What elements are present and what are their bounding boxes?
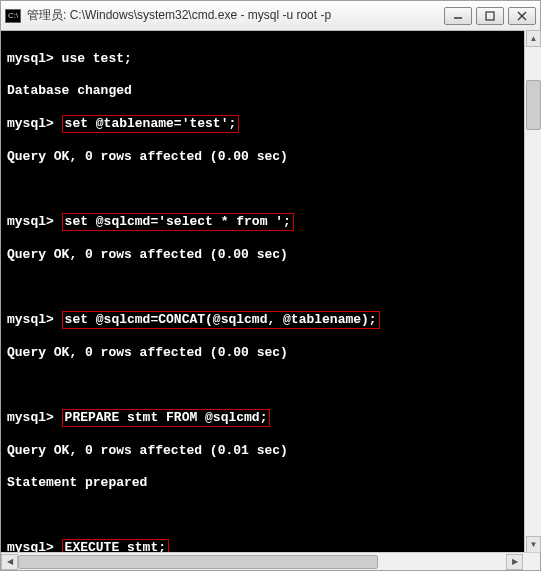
- line: Statement prepared: [7, 475, 534, 491]
- line: Query OK, 0 rows affected (0.01 sec): [7, 443, 534, 459]
- line: mysql> PREPARE stmt FROM @sqlcmd;: [7, 409, 534, 427]
- blank-line: [7, 507, 534, 523]
- scrollbar-corner: [523, 554, 540, 570]
- console-output[interactable]: mysql> use test; Database changed mysql>…: [1, 31, 540, 552]
- highlight-box: PREPARE stmt FROM @sqlcmd;: [62, 409, 271, 427]
- scroll-left-arrow-icon[interactable]: ◀: [1, 554, 18, 570]
- highlight-box: set @sqlcmd='select * from ';: [62, 213, 294, 231]
- close-button[interactable]: [508, 7, 536, 25]
- blank-line: [7, 181, 534, 197]
- line: mysql> EXECUTE stmt;: [7, 539, 534, 552]
- scroll-up-arrow-icon[interactable]: ▲: [526, 30, 541, 47]
- line: Query OK, 0 rows affected (0.00 sec): [7, 345, 534, 361]
- line: mysql> set @sqlcmd='select * from ';: [7, 213, 534, 231]
- cmd-icon: C:\: [5, 9, 21, 23]
- horizontal-scroll-track[interactable]: [18, 554, 506, 570]
- line: Query OK, 0 rows affected (0.00 sec): [7, 247, 534, 263]
- line: mysql> set @tablename='test';: [7, 115, 534, 133]
- minimize-button[interactable]: [444, 7, 472, 25]
- line: mysql> use test;: [7, 51, 534, 67]
- window-title: 管理员: C:\Windows\system32\cmd.exe - mysql…: [27, 7, 444, 24]
- horizontal-scrollbar[interactable]: ◀ ▶: [1, 552, 540, 570]
- blank-line: [7, 377, 534, 393]
- horizontal-scroll-thumb[interactable]: [18, 555, 378, 569]
- line: Database changed: [7, 83, 534, 99]
- highlight-box: EXECUTE stmt;: [62, 539, 169, 552]
- vertical-scroll-thumb[interactable]: [526, 80, 541, 130]
- svg-rect-1: [486, 12, 494, 20]
- titlebar[interactable]: C:\ 管理员: C:\Windows\system32\cmd.exe - m…: [1, 1, 540, 31]
- maximize-button[interactable]: [476, 7, 504, 25]
- line: Query OK, 0 rows affected (0.00 sec): [7, 149, 534, 165]
- blank-line: [7, 279, 534, 295]
- cmd-window: C:\ 管理员: C:\Windows\system32\cmd.exe - m…: [0, 0, 541, 571]
- scroll-down-arrow-icon[interactable]: ▼: [526, 536, 541, 553]
- vertical-scrollbar[interactable]: ▲ ▼: [524, 30, 541, 553]
- window-controls: [444, 7, 536, 25]
- line: mysql> set @sqlcmd=CONCAT(@sqlcmd, @tabl…: [7, 311, 534, 329]
- highlight-box: set @sqlcmd=CONCAT(@sqlcmd, @tablename);: [62, 311, 380, 329]
- highlight-box: set @tablename='test';: [62, 115, 240, 133]
- scroll-right-arrow-icon[interactable]: ▶: [506, 554, 523, 570]
